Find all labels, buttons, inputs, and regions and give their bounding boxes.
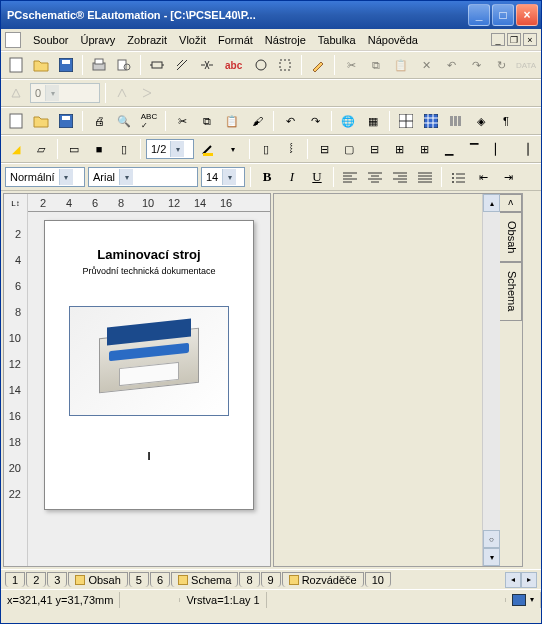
- print-icon[interactable]: [88, 54, 110, 76]
- rects-icon[interactable]: ▯: [113, 138, 135, 160]
- columns-icon[interactable]: [445, 110, 467, 132]
- doc-icon[interactable]: ▯: [255, 138, 277, 160]
- preview2-icon[interactable]: 🔍: [113, 110, 135, 132]
- print-preview-icon[interactable]: [113, 54, 135, 76]
- window-minimize-button[interactable]: _: [468, 4, 490, 26]
- indent-icon[interactable]: ⇥: [497, 166, 519, 188]
- border-all-icon[interactable]: ⊞: [413, 138, 435, 160]
- table-icon[interactable]: [395, 110, 417, 132]
- border-v-icon[interactable]: ⊞: [388, 138, 410, 160]
- border-l-icon[interactable]: ▏: [488, 138, 510, 160]
- dropdown-icon[interactable]: ▾: [119, 169, 133, 185]
- menu-nastroje[interactable]: Nástroje: [259, 32, 312, 48]
- border-r-icon[interactable]: ▕: [513, 138, 535, 160]
- page-tab-5[interactable]: 5: [129, 572, 149, 587]
- page-tab-2[interactable]: 2: [26, 572, 46, 587]
- open2-icon[interactable]: [30, 110, 52, 132]
- menu-tabulka[interactable]: Tabulka: [312, 32, 362, 48]
- page-tab-3[interactable]: 3: [47, 572, 67, 587]
- right-canvas[interactable]: [274, 194, 482, 566]
- page-icon[interactable]: ▦: [362, 110, 384, 132]
- bullet-list-icon[interactable]: [447, 166, 469, 188]
- pen-color-icon[interactable]: [197, 138, 219, 160]
- spellcheck-icon[interactable]: ABC✓: [138, 110, 160, 132]
- open-file-icon[interactable]: [30, 54, 52, 76]
- system-menu-icon[interactable]: [5, 32, 21, 48]
- hscroll-left-icon[interactable]: ◂: [505, 572, 521, 588]
- redo3-icon[interactable]: ↷: [304, 110, 326, 132]
- page-tab-8[interactable]: 8: [239, 572, 259, 587]
- dropdown-icon[interactable]: ▾: [170, 141, 184, 157]
- paragraph-icon[interactable]: ¶: [495, 110, 517, 132]
- menu-soubor[interactable]: Soubor: [27, 32, 74, 48]
- v-ruler[interactable]: 2 4 6 8 10 12 14 16 18 20 22: [4, 212, 28, 566]
- border-b-icon[interactable]: ▁: [438, 138, 460, 160]
- circle-icon[interactable]: [250, 54, 272, 76]
- font-combo[interactable]: Arial ▾: [88, 167, 198, 187]
- pen-dd-icon[interactable]: ▾: [222, 138, 244, 160]
- page-tab-6[interactable]: 6: [150, 572, 170, 587]
- page-canvas[interactable]: Laminovací stroj Průvodní technická doku…: [28, 212, 270, 566]
- align-center-icon[interactable]: [364, 166, 386, 188]
- menu-vlozit[interactable]: Vložit: [173, 32, 212, 48]
- vtab-schema[interactable]: Schema: [500, 262, 522, 320]
- right-scrollbar[interactable]: ▴ ○ ▾: [482, 194, 500, 566]
- drawing-icon[interactable]: ◈: [470, 110, 492, 132]
- status-dd-icon[interactable]: ▾: [530, 595, 534, 604]
- page-tab-rozvadece[interactable]: Rozváděče: [282, 572, 364, 587]
- text-abc-icon[interactable]: abc: [221, 54, 247, 76]
- new2-icon[interactable]: [5, 110, 27, 132]
- scale-combo[interactable]: 1/2 ▾: [146, 139, 194, 159]
- align-left-icon[interactable]: [339, 166, 361, 188]
- vtab-up[interactable]: ʌ: [500, 194, 522, 212]
- pagebreak-icon[interactable]: ⸾: [280, 138, 302, 160]
- scroll-down-icon[interactable]: ▾: [483, 548, 500, 566]
- grid-icon[interactable]: [420, 110, 442, 132]
- doc-image[interactable]: [69, 306, 229, 416]
- align-right-icon[interactable]: [389, 166, 411, 188]
- rect-select-icon[interactable]: [275, 54, 297, 76]
- border-h-icon[interactable]: ⊟: [363, 138, 385, 160]
- menu-napoveda[interactable]: Nápověda: [362, 32, 424, 48]
- undo2-icon[interactable]: ↶: [279, 110, 301, 132]
- window-maximize-button[interactable]: □: [492, 4, 514, 26]
- page-tab-9[interactable]: 9: [261, 572, 281, 587]
- window-close-button[interactable]: ×: [516, 4, 538, 26]
- menu-format[interactable]: Formát: [212, 32, 259, 48]
- bold-button[interactable]: B: [256, 166, 278, 188]
- line-icon[interactable]: [171, 54, 193, 76]
- paste2-icon[interactable]: 📋: [221, 110, 243, 132]
- border-none-icon[interactable]: ⊟: [313, 138, 335, 160]
- hscroll-right-icon[interactable]: ▸: [521, 572, 537, 588]
- menu-zobrazit[interactable]: Zobrazit: [121, 32, 173, 48]
- outdent-icon[interactable]: ⇤: [472, 166, 494, 188]
- cut2-icon[interactable]: ✂: [171, 110, 193, 132]
- page-tab-schema[interactable]: Schema: [171, 572, 238, 587]
- underline-button[interactable]: U: [306, 166, 328, 188]
- scroll-circle-icon[interactable]: ○: [483, 530, 500, 548]
- justify-icon[interactable]: [414, 166, 436, 188]
- print2-icon[interactable]: 🖨: [88, 110, 110, 132]
- dropdown-icon[interactable]: ▾: [222, 169, 236, 185]
- page-tab-obsah[interactable]: Obsah: [68, 572, 127, 587]
- vtab-obsah[interactable]: Obsah: [500, 212, 522, 262]
- connection-icon[interactable]: [196, 54, 218, 76]
- copy2-icon[interactable]: ⧉: [196, 110, 218, 132]
- italic-button[interactable]: I: [281, 166, 303, 188]
- save2-icon[interactable]: [55, 110, 77, 132]
- component-icon[interactable]: [146, 54, 168, 76]
- page-tab-10[interactable]: 10: [365, 572, 391, 587]
- brush-icon[interactable]: 🖌: [246, 110, 268, 132]
- save-icon[interactable]: [55, 54, 77, 76]
- solidrect-icon[interactable]: ■: [88, 138, 110, 160]
- pencil-icon[interactable]: [307, 54, 329, 76]
- style-combo[interactable]: Normální ▾: [5, 167, 85, 187]
- eraser-icon[interactable]: ▱: [30, 138, 52, 160]
- mdi-minimize-button[interactable]: _: [491, 33, 505, 46]
- border-out-icon[interactable]: ▢: [338, 138, 360, 160]
- menu-upravy[interactable]: Úpravy: [74, 32, 121, 48]
- new-file-icon[interactable]: [5, 54, 27, 76]
- highlight-icon[interactable]: ◢: [5, 138, 27, 160]
- size-combo[interactable]: 14 ▾: [201, 167, 245, 187]
- scroll-track[interactable]: [483, 212, 500, 530]
